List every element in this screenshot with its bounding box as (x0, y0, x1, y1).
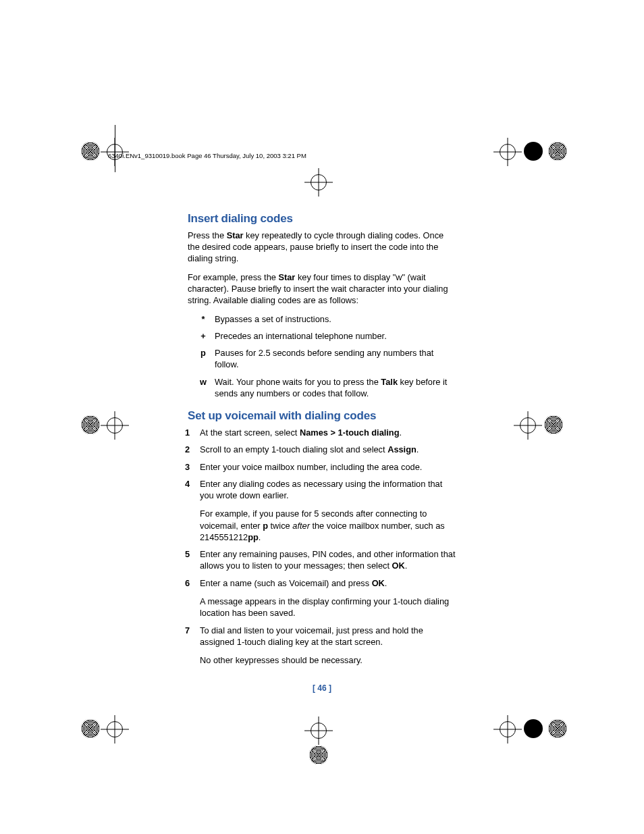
code-symbol: + (194, 330, 212, 342)
dialing-codes-list: * Bypasses a set of instructions. + Prec… (188, 313, 458, 400)
crop-mark-bottom-center (297, 716, 344, 763)
page-number: [ 46 ] (0, 683, 644, 693)
step-number: 2 (185, 444, 200, 455)
paragraph: Press the Star key repeatedly to cycle t… (188, 230, 458, 265)
text-run: . (400, 427, 402, 438)
step-body: To dial and listen to your voicemail, ju… (200, 625, 458, 667)
paragraph: At the start screen, select Names > 1-to… (200, 427, 458, 438)
heading-insert-dialing-codes: Insert dialing codes (188, 211, 458, 227)
paragraph: Enter a name (such as Voicemail) and pre… (200, 577, 458, 589)
code-description: Bypasses a set of instructions. (215, 313, 458, 325)
text-run: . (385, 578, 387, 588)
heading-set-up-voicemail: Set up voicemail with dialing codes (188, 409, 458, 424)
text-run-bold: OK (392, 561, 405, 571)
text-run-bold: p (263, 521, 268, 531)
list-item: + Precedes an international telephone nu… (188, 330, 458, 342)
list-item: 5Enter any remaining pauses, PIN codes, … (188, 548, 458, 572)
crop-mark-mid-left (81, 405, 128, 452)
print-header: 6340i.ENv1_9310019.book Page 46 Thursday… (108, 152, 306, 159)
text-run: To dial and listen to your voicemail, ju… (200, 625, 423, 647)
list-item: 7To dial and listen to your voicemail, j… (188, 625, 458, 667)
paragraph: Enter any dialing codes as necessary usi… (200, 478, 458, 502)
code-symbol: w (194, 376, 212, 400)
crop-mark-bottom-right (500, 709, 547, 756)
text-run: . (405, 561, 408, 571)
step-number: 3 (185, 461, 200, 473)
paragraph: Enter any remaining pauses, PIN codes, a… (200, 548, 458, 572)
step-number: 5 (185, 548, 200, 572)
list-item: 4Enter any dialing codes as necessary us… (188, 478, 458, 543)
step-number: 7 (185, 625, 200, 667)
text-run: Enter a name (such as Voicemail) and pre… (200, 578, 372, 588)
step-body: Scroll to an empty 1-touch dialing slot … (200, 444, 458, 455)
steps-list: 1At the start screen, select Names > 1-t… (188, 427, 458, 666)
text-run: At the start screen, select (200, 427, 300, 438)
paragraph: Scroll to an empty 1-touch dialing slot … (200, 444, 458, 455)
step-number: 1 (185, 427, 200, 438)
document-page: 6340i.ENv1_9310019.book Page 46 Thursday… (0, 0, 644, 834)
text-run: Enter any remaining pauses, PIN codes, a… (200, 549, 455, 571)
text-run: For example, press the (188, 272, 278, 282)
step-body: Enter a name (such as Voicemail) and pre… (200, 577, 458, 619)
text-run: twice (268, 521, 292, 531)
text-run-bold: Star (227, 230, 244, 240)
paragraph: No other keypresses should be necessary. (200, 654, 458, 666)
code-symbol: p (194, 347, 212, 371)
crop-mark-mid-right (520, 405, 567, 452)
text-run: . (417, 444, 419, 454)
paragraph: A message appears in the display confirm… (200, 596, 458, 619)
code-symbol: * (194, 313, 212, 325)
text-run-bold: OK (372, 578, 385, 588)
text-run-bold: Star (278, 272, 295, 282)
text-run: No other keypresses should be necessary. (200, 655, 363, 665)
step-body: Enter any dialing codes as necessary usi… (200, 478, 458, 543)
list-item: 2Scroll to an empty 1-touch dialing slot… (188, 444, 458, 455)
text-run: Press the (188, 230, 227, 240)
text-run: Wait. Your phone waits for you to press … (215, 377, 381, 387)
page-content: Insert dialing codes Press the Star key … (188, 211, 458, 675)
text-run: . (259, 532, 261, 542)
step-body: Enter your voice mailbox number, includi… (200, 461, 458, 473)
crop-mark-bottom-left (81, 709, 128, 756)
step-body: Enter any remaining pauses, PIN codes, a… (200, 548, 458, 572)
text-run-italic: after (292, 521, 310, 531)
text-run-bold: Names > 1-touch dialing (300, 427, 400, 438)
text-run: Enter any dialing codes as necessary usi… (200, 479, 442, 500)
paragraph: Enter your voice mailbox number, includi… (200, 461, 458, 473)
text-run: Enter your voice mailbox number, includi… (200, 462, 422, 472)
crop-mark-top-right (500, 132, 547, 179)
paragraph: To dial and listen to your voicemail, ju… (200, 625, 458, 648)
code-description: Precedes an international telephone numb… (215, 330, 458, 342)
list-item: p Pauses for 2.5 seconds before sending … (188, 347, 458, 371)
paragraph: For example, if you pause for 5 seconds … (200, 508, 458, 543)
text-run-bold: pp (248, 532, 259, 542)
list-item: * Bypasses a set of instructions. (188, 313, 458, 325)
text-run-bold: Assign (387, 444, 417, 454)
text-run: A message appears in the display confirm… (200, 596, 449, 618)
code-description: Pauses for 2.5 seconds before sending an… (215, 347, 458, 371)
step-number: 4 (185, 478, 200, 543)
step-body: At the start screen, select Names > 1-to… (200, 427, 458, 438)
text-run: Scroll to an empty 1-touch dialing slot … (200, 444, 387, 454)
list-item: 3Enter your voice mailbox number, includ… (188, 461, 458, 473)
step-number: 6 (185, 577, 200, 619)
paragraph: For example, press the Star key four tim… (188, 271, 458, 307)
list-item: w Wait. Your phone waits for you to pres… (188, 376, 458, 400)
list-item: 1At the start screen, select Names > 1-t… (188, 427, 458, 438)
code-description: Wait. Your phone waits for you to press … (215, 376, 458, 400)
list-item: 6Enter a name (such as Voicemail) and pr… (188, 577, 458, 619)
text-run-bold: Talk (381, 377, 398, 387)
